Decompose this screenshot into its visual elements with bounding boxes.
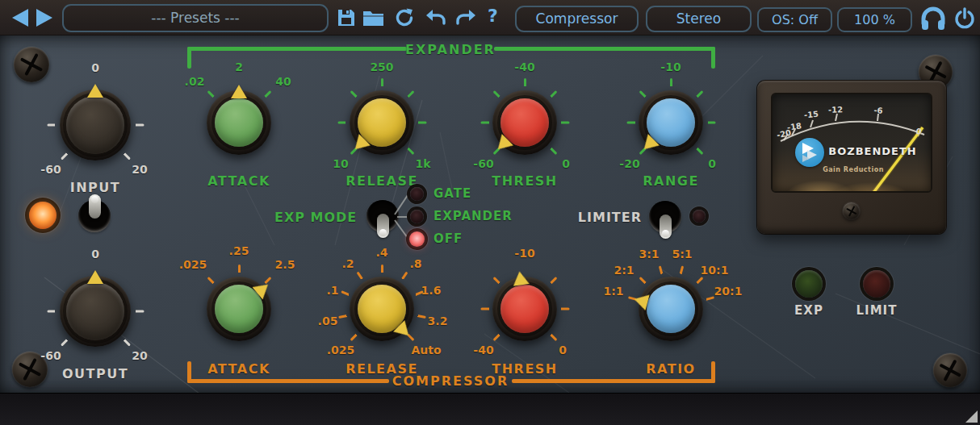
oversampling-button[interactable]: OS: Off bbox=[757, 7, 832, 32]
scale-label: -60 bbox=[40, 163, 61, 176]
scale-label: Auto bbox=[411, 344, 441, 356]
presets-dropdown[interactable]: --- Presets --- bbox=[62, 4, 329, 32]
toggle-handle bbox=[89, 194, 101, 219]
compressor-ratio-knob[interactable] bbox=[639, 277, 703, 341]
exp-led-label: EXP bbox=[785, 303, 833, 318]
scale-label: -40 bbox=[514, 60, 534, 73]
expander-section-title: EXPANDER bbox=[387, 42, 513, 57]
compressor-ratio-label: RATIO bbox=[594, 361, 748, 377]
stereo-mode-tab[interactable]: Stereo bbox=[646, 6, 752, 32]
scale-label: .1 bbox=[326, 284, 338, 297]
expander-bracket-end-right bbox=[711, 47, 715, 69]
scale-label: 1.6 bbox=[421, 284, 442, 297]
scale-label: .2 bbox=[341, 257, 354, 270]
compressor-thresh-knob[interactable] bbox=[492, 277, 557, 341]
exp-mode-label: EXP MODE bbox=[274, 210, 355, 225]
exp-mode-option-gate[interactable]: GATE bbox=[433, 186, 471, 201]
gain-reduction-meter: -20 -18 -15 -12 -6 0 BOZBENDETH Gain Red… bbox=[757, 81, 946, 234]
toggle-handle bbox=[660, 215, 672, 239]
expander-attack-knob[interactable] bbox=[207, 90, 271, 155]
scale-label: -60 bbox=[473, 157, 493, 170]
headphones-icon[interactable] bbox=[919, 6, 947, 31]
meter-needle bbox=[853, 127, 923, 193]
exp-mode-option-off[interactable]: OFF bbox=[433, 231, 463, 246]
expander-range-cluster: -10 -20 0 RANGE bbox=[594, 46, 748, 199]
meter-scale-label: 0 bbox=[915, 127, 923, 136]
scale-label: 5:1 bbox=[672, 248, 692, 260]
screw-top-left bbox=[14, 47, 49, 82]
knob-cap bbox=[215, 98, 263, 147]
scale-label: 10 bbox=[333, 157, 348, 170]
plugin-panel: EXPANDER 0 -60 20 INPUT 0 -60 20 OUTPUT bbox=[0, 35, 980, 393]
compressor-attack-knob[interactable] bbox=[207, 277, 271, 341]
compressor-thresh-cluster: -10 -40 0 THRESH bbox=[448, 232, 601, 385]
scale-label: 0 bbox=[559, 344, 567, 356]
exp-mode-option-expander[interactable]: EXPANDER bbox=[433, 209, 513, 223]
expander-bracket-right bbox=[494, 47, 715, 51]
meter-scale-label: -12 bbox=[828, 105, 843, 115]
knob-cap bbox=[66, 96, 124, 154]
exp-mode-connectors bbox=[367, 185, 416, 249]
brand-name: BOZBENDETH bbox=[823, 145, 923, 157]
meter-screw bbox=[843, 202, 860, 219]
undo-icon[interactable] bbox=[425, 8, 446, 28]
scale-label: 1:1 bbox=[603, 285, 623, 298]
meter-arc bbox=[773, 94, 932, 193]
knob-cap bbox=[500, 98, 549, 147]
meter-scale-label: -20 bbox=[776, 128, 792, 140]
knob-cap bbox=[358, 285, 406, 333]
knob-cap bbox=[215, 285, 263, 333]
scale-label: .025 bbox=[327, 344, 355, 356]
expander-thresh-knob[interactable] bbox=[492, 90, 557, 155]
output-knob[interactable] bbox=[60, 276, 131, 347]
help-icon[interactable]: ? bbox=[488, 6, 498, 26]
exp-mode-off-led bbox=[409, 231, 425, 247]
scale-label: -10 bbox=[660, 60, 681, 73]
expander-bracket-end-left bbox=[187, 47, 191, 69]
scale-label: 0 bbox=[562, 157, 570, 170]
scale-label: .25 bbox=[229, 244, 249, 257]
scale-label: 2 bbox=[235, 60, 243, 73]
toolbar: --- Presets --- ? Compressor Stereo OS: … bbox=[0, 0, 980, 35]
zoom-level-button[interactable]: 100 % bbox=[837, 7, 912, 32]
knob-cap bbox=[647, 285, 695, 333]
meter-scale-label: -6 bbox=[873, 106, 883, 115]
open-folder-icon[interactable] bbox=[362, 8, 384, 27]
scale-label: -20 bbox=[619, 157, 639, 170]
expander-range-label: RANGE bbox=[594, 173, 748, 189]
scale-label: 0 bbox=[91, 61, 99, 74]
scale-label: .05 bbox=[318, 315, 338, 327]
knob-cap bbox=[500, 285, 549, 333]
resize-handle[interactable] bbox=[965, 410, 978, 423]
exp-mode-gate-led bbox=[410, 187, 424, 201]
input-knob[interactable] bbox=[60, 90, 131, 160]
expander-attack-label: ATTACK bbox=[162, 173, 316, 189]
expander-bracket-left bbox=[187, 47, 407, 51]
power-icon[interactable] bbox=[953, 6, 976, 31]
meter-scale-label: -15 bbox=[804, 110, 819, 120]
expander-attack-cluster: .02 2 40 ATTACK bbox=[162, 46, 316, 199]
scale-label: 2:1 bbox=[614, 264, 634, 277]
save-icon[interactable] bbox=[337, 8, 356, 27]
scale-label: 1k bbox=[415, 157, 430, 170]
preset-back-button[interactable] bbox=[12, 9, 28, 27]
limiter-toggle[interactable] bbox=[647, 199, 683, 235]
compressor-attack-cluster: .025 .25 2.5 ATTACK bbox=[162, 232, 316, 385]
preset-forward-button[interactable] bbox=[36, 9, 52, 27]
scale-label: .02 bbox=[185, 75, 205, 88]
scale-label: 250 bbox=[370, 60, 393, 73]
compressor-release-knob[interactable] bbox=[350, 277, 414, 341]
limit-led-label: LIMIT bbox=[848, 303, 905, 318]
screw-bottom-right bbox=[933, 353, 967, 387]
scale-label: 0 bbox=[91, 248, 99, 260]
scale-label: 20:1 bbox=[714, 285, 743, 298]
meter-subtitle: Gain Reduction bbox=[793, 166, 914, 173]
redo-icon[interactable] bbox=[455, 8, 476, 28]
expander-release-knob[interactable] bbox=[350, 90, 414, 155]
expander-release-cluster: 250 10 1k RELEASE bbox=[305, 46, 459, 199]
channel-mode-tab[interactable]: Compressor bbox=[515, 6, 639, 32]
expander-range-knob[interactable] bbox=[639, 90, 703, 155]
compressor-bracket-left bbox=[187, 379, 389, 383]
io-toggle-switch[interactable] bbox=[77, 198, 112, 234]
refresh-icon[interactable] bbox=[394, 7, 415, 28]
